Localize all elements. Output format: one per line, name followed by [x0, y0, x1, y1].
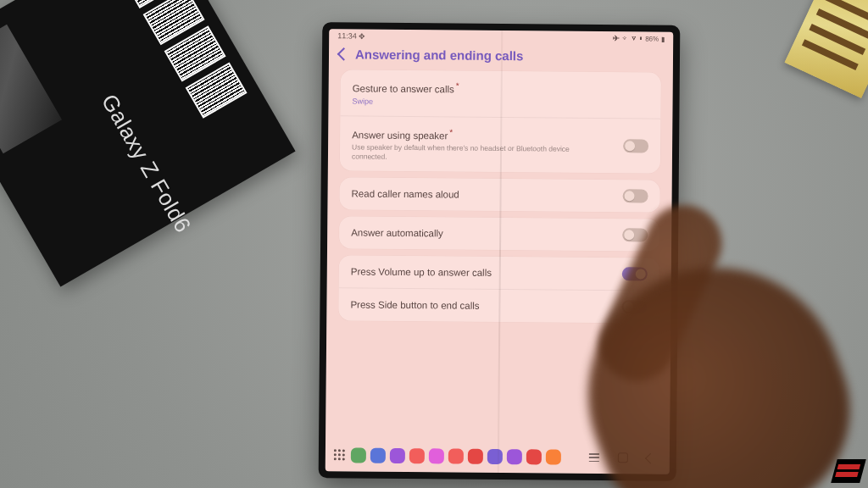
row-label: Press Side button to end calls — [350, 298, 479, 312]
row-volume-answer[interactable]: Press Volume up to answer calls — [339, 256, 659, 291]
channel-logo — [831, 459, 866, 483]
settings-card-1: Gesture to answer calls* Swipe Answer us… — [340, 69, 661, 174]
photo-scene: Galaxy Z Fold6 11:34 ✥ ✈ ᯤ ⛛ ▮ 86% ▮ Ans… — [0, 0, 868, 488]
row-answer-speaker[interactable]: Answer using speaker* Use speaker by def… — [340, 115, 661, 174]
product-box: Galaxy Z Fold6 — [0, 0, 296, 287]
row-read-caller[interactable]: Read caller names aloud — [339, 178, 659, 213]
box-product-image — [0, 25, 62, 154]
taskbar-app-9[interactable] — [526, 449, 542, 464]
battery-icon: ▮ — [661, 35, 665, 42]
taskbar-app-10[interactable] — [546, 449, 561, 464]
toggle-read-caller[interactable] — [623, 190, 648, 203]
row-label: Press Volume up to answer calls — [351, 265, 492, 279]
taskbar-app-0[interactable] — [351, 447, 366, 463]
taskbar-app-3[interactable] — [409, 448, 425, 463]
status-left: 11:34 ✥ — [337, 31, 365, 40]
apps-grid-icon[interactable] — [334, 449, 346, 461]
toggle-answer-speaker[interactable] — [623, 139, 648, 152]
network-icons: ✈ ᯤ ⛛ ▮ — [613, 35, 643, 42]
star-icon: * — [456, 81, 459, 91]
page-header: Answering and ending calls — [329, 40, 673, 73]
taskbar-app-7[interactable] — [487, 449, 503, 464]
row-answer-auto[interactable]: Answer automatically — [339, 217, 659, 252]
taskbar-app-4[interactable] — [429, 448, 444, 463]
row-value: Swipe — [352, 97, 459, 107]
back-icon[interactable] — [337, 47, 351, 61]
row-label: Answer using speaker* — [352, 125, 589, 143]
taskbar-app-8[interactable] — [507, 449, 522, 464]
row-label: Answer automatically — [351, 226, 443, 240]
settings-card-2: Read caller names aloud — [339, 178, 659, 213]
status-right: ✈ ᯤ ⛛ ▮ 86% ▮ — [613, 35, 665, 43]
row-description: Use speaker by default when there's no h… — [352, 143, 589, 164]
taskbar-apps — [351, 447, 561, 464]
wooden-block — [784, 0, 868, 98]
battery-percent: 86% — [645, 35, 659, 42]
row-label: Gesture to answer calls* — [353, 79, 459, 96]
recents-icon[interactable] — [589, 453, 599, 462]
location-icon: ✥ — [359, 32, 365, 41]
page-title: Answering and ending calls — [355, 47, 524, 64]
row-label: Read caller names aloud — [352, 187, 459, 201]
star-icon: * — [449, 127, 453, 136]
taskbar-app-1[interactable] — [370, 448, 386, 463]
taskbar-app-5[interactable] — [448, 448, 464, 463]
row-gesture-answer[interactable]: Gesture to answer calls* Swipe — [340, 69, 660, 118]
status-time: 11:34 — [337, 31, 357, 40]
settings-card-3: Answer automatically — [339, 217, 659, 252]
taskbar-app-2[interactable] — [390, 448, 405, 463]
box-barcodes — [122, 0, 251, 125]
taskbar-app-6[interactable] — [468, 449, 483, 464]
